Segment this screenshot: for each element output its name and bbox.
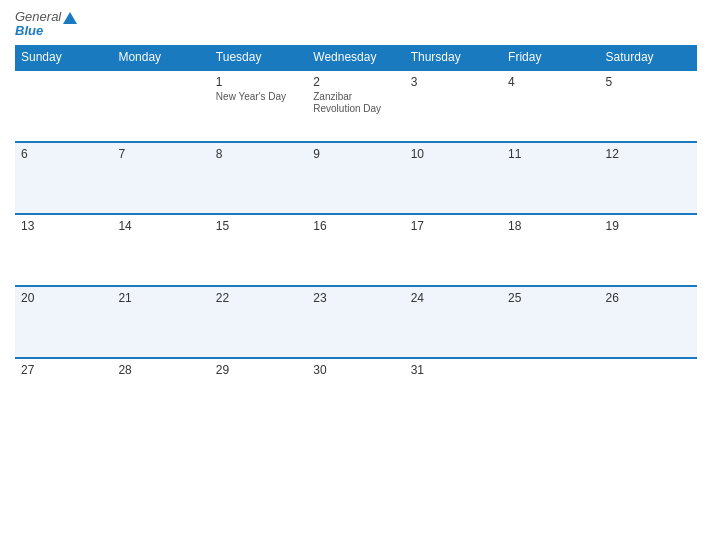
week-row-4: 20212223242526	[15, 286, 697, 358]
calendar-cell: 30	[307, 358, 404, 430]
day-number: 4	[508, 75, 593, 89]
weekday-header-monday: Monday	[112, 45, 209, 70]
holiday-label: New Year's Day	[216, 91, 301, 103]
day-number: 5	[606, 75, 691, 89]
calendar-header: General Blue	[15, 10, 697, 39]
day-number: 21	[118, 291, 203, 305]
calendar-cell: 26	[600, 286, 697, 358]
weekday-header-sunday: Sunday	[15, 45, 112, 70]
day-number: 14	[118, 219, 203, 233]
day-number: 9	[313, 147, 398, 161]
calendar-cell: 25	[502, 286, 599, 358]
week-row-1: 1New Year's Day2Zanzibar Revolution Day3…	[15, 70, 697, 142]
calendar-cell: 7	[112, 142, 209, 214]
day-number: 11	[508, 147, 593, 161]
day-number: 24	[411, 291, 496, 305]
logo-general-text: General	[15, 10, 77, 24]
calendar-cell: 27	[15, 358, 112, 430]
calendar-cell: 10	[405, 142, 502, 214]
day-number: 6	[21, 147, 106, 161]
week-row-2: 6789101112	[15, 142, 697, 214]
weekday-header-tuesday: Tuesday	[210, 45, 307, 70]
day-number: 31	[411, 363, 496, 377]
day-number: 15	[216, 219, 301, 233]
calendar-cell: 16	[307, 214, 404, 286]
holiday-label: Zanzibar Revolution Day	[313, 91, 398, 115]
day-number: 25	[508, 291, 593, 305]
logo-blue-text: Blue	[15, 24, 43, 38]
calendar-cell: 17	[405, 214, 502, 286]
week-row-3: 13141516171819	[15, 214, 697, 286]
calendar-cell: 12	[600, 142, 697, 214]
calendar-cell: 1New Year's Day	[210, 70, 307, 142]
calendar-cell: 22	[210, 286, 307, 358]
calendar-table: SundayMondayTuesdayWednesdayThursdayFrid…	[15, 45, 697, 430]
day-number: 8	[216, 147, 301, 161]
calendar-cell	[112, 70, 209, 142]
day-number: 27	[21, 363, 106, 377]
day-number: 13	[21, 219, 106, 233]
day-number: 20	[21, 291, 106, 305]
weekday-header-thursday: Thursday	[405, 45, 502, 70]
calendar-cell: 14	[112, 214, 209, 286]
week-row-5: 2728293031	[15, 358, 697, 430]
calendar-cell: 21	[112, 286, 209, 358]
calendar-cell: 3	[405, 70, 502, 142]
day-number: 28	[118, 363, 203, 377]
calendar-cell: 24	[405, 286, 502, 358]
calendar: General Blue SundayMondayTuesdayWednesda…	[0, 0, 712, 550]
day-number: 17	[411, 219, 496, 233]
calendar-cell	[600, 358, 697, 430]
weekday-header-wednesday: Wednesday	[307, 45, 404, 70]
calendar-cell: 18	[502, 214, 599, 286]
day-number: 19	[606, 219, 691, 233]
calendar-cell: 23	[307, 286, 404, 358]
calendar-cell: 11	[502, 142, 599, 214]
day-number: 12	[606, 147, 691, 161]
calendar-cell: 15	[210, 214, 307, 286]
calendar-cell: 28	[112, 358, 209, 430]
calendar-cell	[15, 70, 112, 142]
calendar-cell: 4	[502, 70, 599, 142]
weekday-header-friday: Friday	[502, 45, 599, 70]
calendar-cell: 31	[405, 358, 502, 430]
calendar-cell: 8	[210, 142, 307, 214]
day-number: 10	[411, 147, 496, 161]
calendar-cell: 6	[15, 142, 112, 214]
day-number: 7	[118, 147, 203, 161]
day-number: 30	[313, 363, 398, 377]
day-number: 29	[216, 363, 301, 377]
logo: General Blue	[15, 10, 77, 39]
calendar-cell: 29	[210, 358, 307, 430]
day-number: 1	[216, 75, 301, 89]
day-number: 18	[508, 219, 593, 233]
calendar-cell: 2Zanzibar Revolution Day	[307, 70, 404, 142]
days-header-row: SundayMondayTuesdayWednesdayThursdayFrid…	[15, 45, 697, 70]
day-number: 3	[411, 75, 496, 89]
calendar-cell: 19	[600, 214, 697, 286]
weekday-header-saturday: Saturday	[600, 45, 697, 70]
calendar-cell: 9	[307, 142, 404, 214]
day-number: 26	[606, 291, 691, 305]
calendar-cell: 5	[600, 70, 697, 142]
day-number: 23	[313, 291, 398, 305]
calendar-cell: 13	[15, 214, 112, 286]
calendar-cell: 20	[15, 286, 112, 358]
logo-triangle-icon	[63, 12, 77, 24]
day-number: 22	[216, 291, 301, 305]
day-number: 16	[313, 219, 398, 233]
day-number: 2	[313, 75, 398, 89]
calendar-cell	[502, 358, 599, 430]
